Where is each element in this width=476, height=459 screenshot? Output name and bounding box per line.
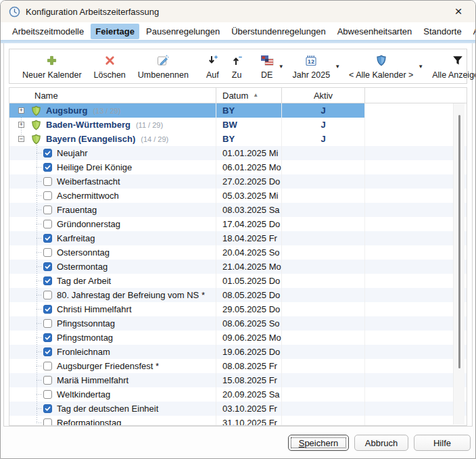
holiday-checkbox[interactable]: [43, 305, 52, 314]
delete-button[interactable]: Löschen: [88, 51, 132, 81]
tab-abteilungen[interactable]: Abteilungen: [469, 24, 476, 39]
aktiv-cell: [282, 345, 365, 359]
language-button[interactable]: DE: [254, 51, 280, 81]
holiday-checkbox[interactable]: [43, 347, 52, 356]
tab-pausenregelungen[interactable]: Pausenregelungen: [141, 24, 224, 39]
display-filter-button[interactable]: Alle Anzeigen: [426, 51, 476, 81]
plus-icon: [46, 53, 57, 67]
holiday-name: Pfingstmontag: [57, 333, 113, 343]
column-header-datum[interactable]: Datum ▲: [216, 88, 282, 103]
expander-icon[interactable]: +: [18, 107, 24, 114]
column-header-aktiv[interactable]: Aktiv: [282, 88, 365, 103]
datum-cell: BY: [216, 103, 282, 118]
holiday-row[interactable]: Weltkindertag20.09.2025 Sa: [9, 387, 467, 402]
expander-icon[interactable]: −: [18, 136, 24, 142]
calendar-filter-button[interactable]: < Alle Kalender >: [343, 51, 419, 81]
title-bar[interactable]: Konfiguration Arbeitszeiterfassung ×: [1, 1, 475, 22]
holiday-checkbox[interactable]: [43, 163, 52, 172]
holiday-row[interactable]: Aschermittwoch05.03.2025 Mi: [9, 189, 467, 203]
holiday-row[interactable]: 80. Jahrestag der Befreiung vom NS *08.0…: [9, 288, 467, 302]
tab-standorte[interactable]: Standorte: [419, 24, 466, 39]
help-button[interactable]: Hilfe: [414, 435, 471, 451]
holiday-row[interactable]: Ostersonntag20.04.2025 So: [9, 245, 467, 260]
holiday-checkbox[interactable]: [43, 220, 52, 228]
holiday-checkbox[interactable]: [43, 248, 52, 257]
holiday-checkbox[interactable]: [43, 262, 52, 271]
holiday-checkbox[interactable]: [43, 319, 52, 328]
save-button[interactable]: Speichern: [288, 435, 349, 451]
holiday-row[interactable]: Karfreitag18.04.2025 Fr: [9, 231, 467, 245]
calendar-filter-dropdown-icon[interactable]: ▼: [418, 64, 426, 70]
language-dropdown-icon[interactable]: ▼: [279, 64, 287, 70]
holiday-checkbox[interactable]: [43, 362, 52, 370]
close-icon[interactable]: ×: [450, 6, 467, 17]
scrollbar-thumb[interactable]: [458, 115, 460, 368]
holiday-checkbox[interactable]: [43, 376, 52, 385]
holiday-row[interactable]: Pfingstsonntag08.06.2025 So: [9, 316, 467, 331]
holiday-row[interactable]: Pfingstmontag09.06.2025 Mo: [9, 331, 467, 345]
datum-cell: 27.02.2025 Do: [216, 174, 282, 189]
tab-arbeitszeitmodelle[interactable]: Arbeitszeitmodelle: [7, 24, 89, 39]
expander-icon[interactable]: +: [18, 122, 24, 128]
holiday-row[interactable]: Heilige Drei Könige06.01.2025 Mo: [9, 160, 467, 174]
holiday-name: Weiberfastnacht: [57, 176, 120, 187]
aktiv-cell: [282, 402, 365, 416]
holiday-checkbox[interactable]: [43, 404, 52, 413]
holiday-checkbox[interactable]: [43, 390, 52, 399]
year-button[interactable]: 12 Jahr 2025: [287, 51, 337, 81]
holiday-row[interactable]: Christi Himmelfahrt29.05.2025 Do: [9, 302, 467, 316]
holiday-name: Heilige Drei Könige: [57, 162, 132, 172]
holiday-checkbox[interactable]: [43, 333, 52, 342]
calendar-row[interactable]: − Bayern (Evangelisch)(14 / 29)BYJ: [9, 132, 467, 146]
datum-cell: 06.01.2025 Mo: [216, 160, 282, 174]
holiday-checkbox[interactable]: [43, 206, 52, 214]
holiday-row[interactable]: Fronleichnam19.06.2025 Do: [9, 345, 467, 359]
holiday-checkbox[interactable]: [43, 234, 52, 243]
calendar-row[interactable]: + Augsburg(13 / 29)BYJ: [9, 103, 467, 118]
new-calendar-button[interactable]: Neuer Kalender: [16, 51, 88, 81]
holiday-name: Neujahr: [57, 148, 88, 158]
holiday-row[interactable]: Augsburger Friedensfest *08.08.2025 Fr: [9, 359, 467, 373]
holiday-row[interactable]: Neujahr01.01.2025 Mi: [9, 146, 467, 160]
holiday-checkbox[interactable]: [43, 177, 52, 186]
year-dropdown-icon[interactable]: ▼: [335, 64, 343, 70]
collapse-all-button[interactable]: Zu: [225, 51, 249, 81]
tab-überstundenregelungen[interactable]: Überstundenregelungen: [227, 24, 331, 39]
flags-icon: [260, 53, 274, 67]
datum-cell: 15.08.2025 Fr: [216, 373, 282, 387]
calendar-count: (11 / 29): [136, 121, 163, 129]
datum-cell: 20.09.2025 Sa: [216, 387, 282, 402]
holiday-row[interactable]: Gründonnerstag17.04.2025 Do: [9, 217, 467, 231]
datum-cell: 08.08.2025 Fr: [216, 359, 282, 373]
datum-cell: 18.04.2025 Fr: [216, 231, 282, 245]
tab-abwesenheitsarten[interactable]: Abwesenheitsarten: [333, 24, 417, 39]
datum-cell: BY: [216, 132, 282, 146]
holiday-row[interactable]: Tag der Arbeit01.05.2025 Do: [9, 274, 467, 288]
cancel-button[interactable]: Abbruch: [354, 435, 408, 451]
holiday-checkbox[interactable]: [43, 418, 52, 425]
datum-cell: 03.10.2025 Fr: [216, 402, 282, 416]
aktiv-cell: [282, 146, 365, 160]
vertical-scrollbar[interactable]: [453, 103, 465, 425]
holiday-name: Gründonnerstag: [57, 219, 120, 229]
aktiv-cell: J: [282, 132, 365, 146]
holiday-name: Tag der Arbeit: [57, 276, 111, 286]
holiday-checkbox[interactable]: [43, 291, 52, 299]
holiday-checkbox[interactable]: [43, 149, 52, 158]
datum-cell: 01.01.2025 Mi: [216, 146, 282, 160]
holiday-row[interactable]: Mariä Himmelfahrt15.08.2025 Fr: [9, 373, 467, 387]
holiday-checkbox[interactable]: [43, 191, 52, 200]
datum-cell: 08.06.2025 So: [216, 316, 282, 331]
expand-all-button[interactable]: Auf: [200, 51, 225, 81]
column-header-name[interactable]: Name: [9, 88, 216, 103]
holiday-row[interactable]: Reformationstag31.10.2025 Fr: [9, 416, 467, 425]
rename-button[interactable]: Umbenennen: [132, 51, 195, 81]
holiday-row[interactable]: Tag der deutschen Einheit03.10.2025 Fr: [9, 402, 467, 416]
holiday-checkbox[interactable]: [43, 276, 52, 285]
holiday-row[interactable]: Ostermontag21.04.2025 Mo: [9, 260, 467, 274]
calendar-row[interactable]: + Baden-Württemberg(11 / 29)BWJ: [9, 118, 467, 132]
holiday-row[interactable]: Frauentag08.03.2025 Sa: [9, 203, 467, 217]
tab-feiertage[interactable]: Feiertage: [91, 24, 139, 39]
window-title: Konfiguration Arbeitszeiterfassung: [26, 7, 159, 17]
holiday-row[interactable]: Weiberfastnacht27.02.2025 Do: [9, 174, 467, 189]
